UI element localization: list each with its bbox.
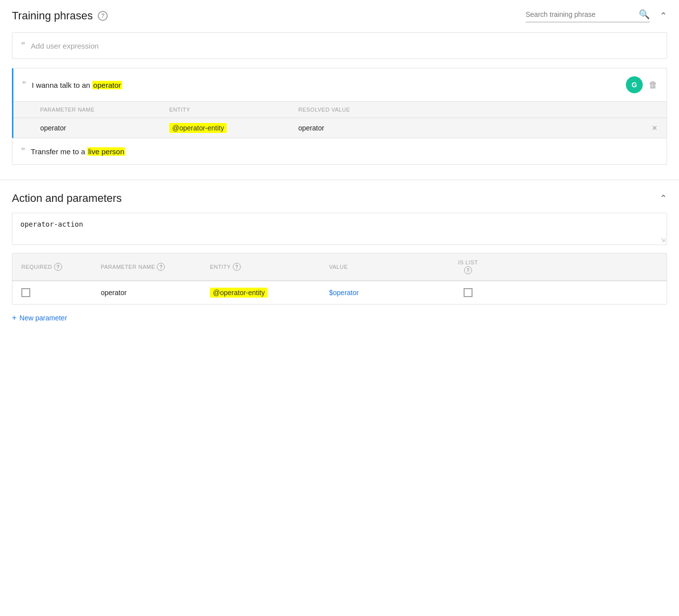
search-container: 🔍 [526, 9, 650, 22]
new-parameter-button[interactable]: + New parameter [0, 305, 679, 331]
required-help-icon[interactable]: ? [54, 263, 62, 271]
plus-icon: + [12, 313, 16, 322]
phrase-row-active: " I wanna talk to an operator G 🗑 PARAME… [12, 68, 667, 138]
params-name-cell-1: operator [101, 289, 210, 297]
params-value-cell-1[interactable]: $operator [329, 289, 438, 297]
params-header-islist: IS LIST ? [438, 259, 498, 274]
param-name-value-1: operator [40, 124, 169, 132]
phrase-actions-1: G 🗑 [626, 76, 658, 93]
phrase-highlight-1: operator [92, 81, 122, 89]
new-parameter-label: New parameter [19, 314, 67, 322]
params-entity-cell-1: @operator-entity [210, 289, 329, 297]
params-header-entity: ENTITY ? [210, 263, 329, 271]
phrase-list: " I wanna talk to an operator G 🗑 PARAME… [12, 68, 667, 165]
phrase-content-2: " Transfer me to a live person [12, 138, 667, 164]
search-icon[interactable]: 🔍 [639, 9, 650, 20]
add-expression-row[interactable]: " Add user expression [12, 32, 667, 59]
action-header: Action and parameters ⌃ [0, 180, 679, 213]
action-collapse-icon[interactable]: ⌃ [660, 193, 667, 204]
params-entity-highlight-1: @operator-entity [210, 288, 268, 298]
phrase-text-2: Transfer me to a live person [31, 147, 125, 156]
paramname-help-icon[interactable]: ? [157, 263, 165, 271]
param-resolved-value-1: operator [298, 124, 638, 132]
training-help-icon[interactable]: ? [98, 11, 108, 21]
training-phrases-header: Training phrases ? 🔍 ⌃ [0, 0, 679, 27]
phrase-quote-icon-2: " [21, 146, 25, 156]
search-input[interactable] [526, 10, 635, 18]
params-table-container: REQUIRED ? PARAMETER NAME ? ENTITY ? VAL… [12, 253, 667, 305]
action-textarea[interactable]: operator-action [12, 213, 667, 243]
delete-phrase-1[interactable]: 🗑 [649, 80, 658, 90]
params-header-required: REQUIRED ? [21, 263, 101, 271]
islist-help-icon[interactable]: ? [464, 266, 472, 274]
header-left: Training phrases ? [12, 9, 108, 22]
phrase-text-1: I wanna talk to an operator [32, 81, 122, 89]
resize-handle: ⇲ [661, 237, 666, 244]
param-entity-value-1: @operator-entity [169, 124, 298, 132]
action-textarea-container: operator-action ⇲ [12, 213, 667, 245]
params-table-row-1: operator @operator-entity $operator [12, 281, 667, 304]
required-checkbox-1[interactable] [21, 288, 30, 297]
param-table-row-1: operator @operator-entity operator ✕ [13, 118, 667, 138]
action-title: Action and parameters [12, 192, 122, 205]
phrase-left-2: " Transfer me to a live person [21, 146, 125, 156]
params-table-header: REQUIRED ? PARAMETER NAME ? ENTITY ? VAL… [12, 253, 667, 281]
quote-icon: " [21, 41, 25, 51]
params-required-cell-1 [21, 288, 101, 297]
collapse-icon[interactable]: ⌃ [660, 10, 667, 21]
params-islist-cell-1 [438, 288, 498, 297]
entity-help-icon[interactable]: ? [233, 263, 241, 271]
phrase-highlight-2: live person [87, 147, 126, 156]
training-title: Training phrases [12, 9, 93, 22]
islist-checkbox-1[interactable] [464, 288, 473, 297]
param-header-resolved: RESOLVED VALUE [298, 107, 638, 113]
params-header-value: VALUE [329, 264, 438, 270]
grammarly-button-1[interactable]: G [626, 76, 643, 93]
header-right: 🔍 ⌃ [526, 9, 667, 22]
phrase-row-2: " Transfer me to a live person [12, 138, 667, 165]
param-header-name: PARAMETER NAME [40, 107, 169, 113]
param-header-remove [638, 107, 658, 113]
phrase-quote-icon-1: " [22, 80, 26, 90]
entity-highlight-1: @operator-entity [169, 123, 227, 133]
phrase-left-1: " I wanna talk to an operator [22, 80, 122, 90]
add-expression-placeholder: Add user expression [31, 42, 99, 50]
param-remove-1[interactable]: ✕ [638, 124, 658, 132]
param-table-1: PARAMETER NAME ENTITY RESOLVED VALUE ope… [13, 101, 667, 138]
phrase-content-1: " I wanna talk to an operator G 🗑 [13, 68, 667, 101]
param-table-header: PARAMETER NAME ENTITY RESOLVED VALUE [13, 102, 667, 118]
param-header-entity: ENTITY [169, 107, 298, 113]
params-header-paramname: PARAMETER NAME ? [101, 263, 210, 271]
